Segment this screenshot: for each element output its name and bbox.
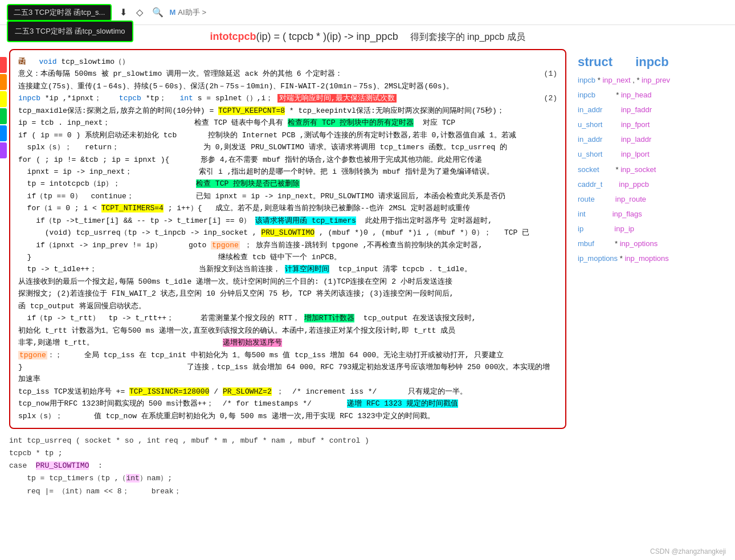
code-line-for-i: for（i = 0 ; i < TCPT_NTIMERS=4 ; i++）{ 成… [18, 202, 557, 214]
code-line-probe: 探测报文; (2)若连接位于 FIN_WAIT_2 状态,且空闲 10 分钟后又… [18, 288, 557, 300]
code-line-if-ip-zero: if ( ip == 0 ) 系统刚启动还未初始化 tcb 控制块的 Inter… [18, 129, 557, 141]
ai-arrow-icon: > [202, 8, 207, 17]
struct-name: inpcb [635, 55, 669, 70]
struct-panel: struct inpcb inpcb * inp_next , * inp_pr… [566, 49, 726, 429]
ai-icon: M [169, 8, 175, 17]
top-bar: 二五3 TCP定时器 函tcp_s... ⬇ ◇ 🔍 M AI助手 > 二五3 … [0, 0, 735, 25]
sf-11: ip inp_ip [578, 223, 670, 235]
bc-line-1: int tcp_usrreq ( socket * so , int req ,… [9, 435, 726, 447]
code-line-splx: splx（s）； return； 为 0,则发送 PRU_SLOWTIMO 请求… [18, 141, 557, 153]
hl-tcpt-ntimers: TCPT_NTIMERS=4 [101, 204, 164, 212]
formula-arrow: -> [344, 31, 357, 42]
hl-pru-case: PRU_SLOWTIMO [36, 461, 89, 470]
code-line-connect: 连接建立(75s)、重传(1－64s)、持续(5－60s)、保活(2h－75s－… [18, 80, 557, 92]
code-line-tcp-now: tcp_now用于RFC 1323时间戳实现的 500 ms计数器++； /* … [18, 398, 557, 410]
tag-icon[interactable]: ◇ [136, 7, 143, 18]
sf-7: socket * inp_socket [578, 163, 670, 176]
formula-eq: = [274, 31, 283, 42]
hl-check-deleted: 检查 TCP 控制块是否已被删除 [196, 179, 300, 188]
sf-6: u_short inp_lport [578, 148, 670, 161]
hl-no-response: 对端无响应时间,最大保活测试次数 [277, 94, 397, 103]
code-line-from-last: 从连接收到的最后一个报文起,每隔 500ms t_idle 递增一次。统计空闲时… [18, 276, 557, 288]
hl-tcp-issincr: TCP_ISSINCR=128000 [129, 387, 209, 396]
code-line-meaning: 意义：本函每隔 500ms 被 pr_slowtimo 调用一次。管理除延迟 a… [18, 68, 557, 80]
sf-8: caddr_t inp_ppcb [578, 178, 670, 191]
tab-dropdown: 二五3 TCP定时器 函tcp_slowtimo [7, 21, 133, 42]
code-line-tcp-maxidle: tcp_maxidle保活:探测之后,放弃之前的时间(10分钟) = TCPTV… [18, 105, 557, 117]
code-panel: 函 void tcp_slowtimo（） 意义：本函每隔 500ms 被 pr… [9, 49, 566, 429]
bc-line-4: tp = tcp_timers（tp ,（int）nam）; [9, 472, 726, 485]
code-line-init-rtt: 初始化 t_rtt 计数器为1。它每500 ms 递增一次,直至收到该报文段的确… [18, 325, 557, 337]
hl-tcptv: TCPTV_KEEPCNT=8 [218, 107, 285, 115]
indicator-3 [0, 91, 7, 107]
sf-4: u_short inp_fport [578, 118, 670, 131]
formula-func-name: intotcpcb [210, 31, 256, 42]
code-line-tpgone: tpgone：； 全局 tcp_iss 在 tcp_init 中初始化为 1。每… [18, 349, 557, 361]
bc-line-5: req |= （int）nam << 8； break； [9, 485, 726, 498]
formula-params: (ip) [256, 31, 271, 42]
code-line-output-slow: 函 tcp_output 将返回慢启动状态。 [18, 300, 557, 312]
kw-void: void [39, 58, 56, 66]
bc-line-2: tcpcb * tp ; [9, 447, 726, 460]
formula-cast: ( tcpcb * )(ip) [283, 31, 341, 42]
formula-field: inp_ppcb [357, 31, 398, 42]
watermark: CSDN @zhangzhangkeji [650, 547, 726, 555]
indicator-2 [0, 74, 7, 90]
code-line-if-timer: if（tp ->t_timer[i] && -- tp -> t_timer[i… [18, 215, 557, 227]
code-line-tcp-iss: tcp_iss TCP发送初始序号 += TCP_ISSINCR=128000 … [18, 386, 557, 398]
formula-description: 得到套接字的 inp_ppcb 成员 [401, 32, 525, 42]
indicator-4 [0, 108, 7, 124]
code-line-tp-idle: tp -> t_idle++； 当新报文到达当前连接， 计算空闲时间 tcp_i… [18, 263, 557, 275]
code-line-tp-intotcpcb: tp = intotcpcb（ip）； 检查 TCP 控制块是否已被删除 [18, 178, 557, 190]
sf-10: int inp_flags [578, 208, 670, 220]
sf-3: in_addr inp_faddr [578, 104, 670, 116]
kw-han: 函 [18, 58, 26, 66]
hl-pr-slowhz: PR_SLOWHZ=2 [223, 387, 272, 396]
sf-9: route inp_route [578, 193, 670, 206]
code-line-void-tcp: (void) tcp_usrreq（tp -> t_inpcb -> inp_s… [18, 227, 557, 239]
hl-pru-slowtimo: PRU_SLOWTIMO [261, 228, 315, 237]
indicator-1 [0, 57, 7, 73]
code-line-1: 函 void tcp_slowtimo（） [18, 56, 557, 68]
hl-rtt-counter: 增加RTT计数器 [304, 314, 354, 322]
ai-assistant-button[interactable]: M AI助手 > [169, 7, 206, 18]
side-indicators [0, 57, 7, 160]
main-layout: 函 void tcp_slowtimo（） 意义：本函每隔 500ms 被 pr… [0, 49, 735, 429]
code-line-if-tp-rtt: if（tp -> t_rtt） tp -> t_rtt++； 若需测量某个报文段… [18, 312, 557, 324]
code-line-if-tp-zero: if（tp == 0） continue； 已知 ipnxt = ip -> i… [18, 190, 557, 202]
sf-12: mbuf * inp_options [578, 238, 670, 250]
hl-idle-time: 计算空闲时间 [285, 265, 329, 273]
indicator-5 [0, 125, 7, 141]
sf-2: inpcb * inp_head [578, 89, 670, 101]
code-line-close-braces: } 继续检查 tcb 链中下一个 inPCB。 [18, 251, 557, 263]
struct-fields-col: inpcb * inp_next , * inp_prev inpcb * in… [578, 74, 670, 265]
code-line-ip-tcb: ip = tcb . inp_next； 检查 TCP 链表中每个具有 检查所有… [18, 117, 557, 129]
code-line-splx: splx（s）； 值 tcp_now 在系统重启时初始化为 0,每 500 ms… [18, 410, 557, 422]
search-icon[interactable]: 🔍 [152, 7, 164, 18]
hl-iss: 递增初始发送序号 [223, 338, 282, 347]
toolbar-icons: ⬇ ◇ 🔍 [120, 7, 164, 18]
code-line-ipnxt: ipnxt = ip -> inp_next； 索引 i ,指出超时的是哪一个时… [18, 166, 557, 178]
indicator-6 [0, 142, 7, 158]
bottom-code: int tcp_usrreq ( socket * so , int req ,… [9, 435, 726, 497]
code-line-close-brace2: } 了连接，tcp_iss 就会增加 64 000。RFC 793规定初始发送序… [18, 361, 557, 386]
sf-13: ip_moptions * inp_moptions [578, 252, 670, 265]
sf-5: in_addr inp_laddr [578, 133, 670, 146]
struct-title: struct inpcb [578, 55, 714, 70]
code-line-nonzero: 非零,则递增 t_rtt。 递增初始发送序号 [18, 337, 557, 349]
tpgone-label: tpgone [18, 351, 47, 359]
dropdown-item-tcp[interactable]: 二五3 TCP定时器 函tcp_slowtimo [8, 22, 132, 41]
bc-line-3: case PRU_SLOWTIMO : [9, 460, 726, 472]
hl-check-all: 检查所有 TCP 控制块中的所有定时器 [288, 118, 414, 127]
code-line-inpcb-decl: inpcb *ip ,*ipnxt； tcpcb *tp； int s = sp… [18, 92, 557, 104]
hl-call-tcp-timers: 该请求将调用函 tcp_timers [255, 216, 356, 225]
struct-keyword: struct [578, 55, 612, 70]
code-line-if-ipnxt: if（ipnxt -> inp_prev != ip） goto tpgone … [18, 239, 557, 251]
ai-label: AI助手 [178, 7, 199, 18]
download-icon[interactable]: ⬇ [120, 7, 127, 18]
tab-tcp-slowtimo[interactable]: 二五3 TCP定时器 函tcp_s... [7, 4, 112, 21]
struct-fields: inpcb * inp_next , * inp_prev inpcb * in… [578, 74, 714, 265]
sf-1: inpcb * inp_next , * inp_prev [578, 74, 670, 87]
code-line-for-loop: for ( ; ip != &tcb ; ip = ipnxt ){ 形参 4,… [18, 154, 557, 166]
label-tpgone: tpgone [211, 241, 240, 250]
